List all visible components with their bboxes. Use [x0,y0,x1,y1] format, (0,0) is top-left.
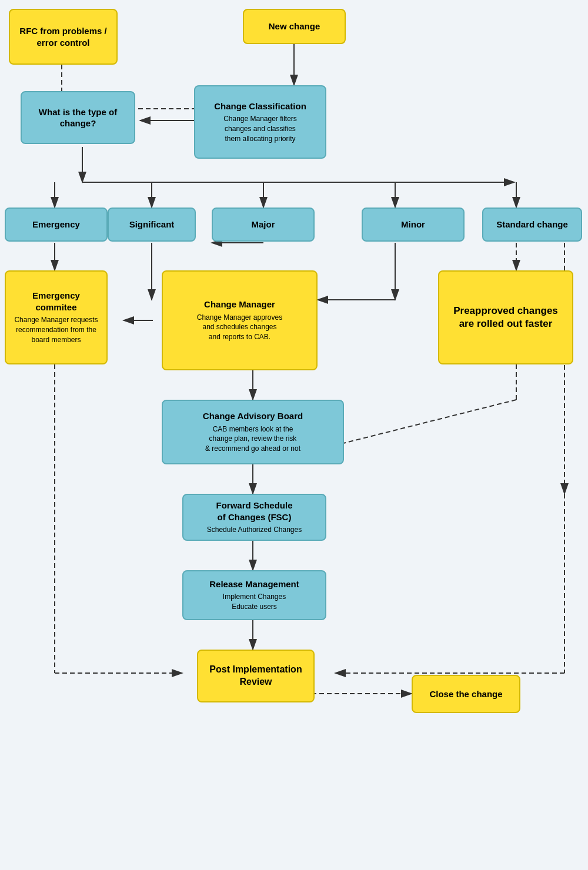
close-change-title: Close the change [429,688,502,700]
what-type-title: What is the type of change? [39,106,117,129]
emergency-committee-subtitle: Change Manager requests recommendation f… [14,315,98,344]
fsc-subtitle: Schedule Authorized Changes [207,525,302,535]
standard-node: Standard change [482,208,582,242]
what-type-node: What is the type of change? [21,91,135,144]
diagram-container: RFC from problems / error control New ch… [0,0,588,870]
change-manager-title: Change Manager [204,299,275,310]
minor-node: Minor [362,208,465,242]
emergency-committee-node: Emergency commitee Change Manager reques… [5,270,108,364]
standard-title: Standard change [496,219,568,230]
rfc-node: RFC from problems / error control [9,9,118,65]
release-mgmt-subtitle: Implement Changes Educate users [223,592,286,612]
change-classification-subtitle: Change Manager filters changes and class… [223,114,297,143]
fsc-title: Forward Schedule of Changes (FSC) [216,500,292,523]
emergency-committee-title: Emergency commitee [14,290,98,313]
post-impl-title: Post Implementation Review [209,664,302,688]
emergency-node: Emergency [5,208,108,242]
close-change-node: Close the change [412,675,520,713]
fsc-node: Forward Schedule of Changes (FSC) Schedu… [182,494,326,541]
change-classification-node: Change Classification Change Manager fil… [194,85,326,159]
cab-node: Change Advisory Board CAB members look a… [162,400,344,464]
release-mgmt-node: Release Management Implement Changes Edu… [182,570,326,620]
significant-node: Significant [108,208,196,242]
cab-title: Change Advisory Board [203,410,303,422]
significant-title: Significant [129,219,175,230]
major-node: Major [212,208,315,242]
new-change-title: New change [269,21,320,32]
post-impl-node: Post Implementation Review [197,650,315,702]
emergency-title: Emergency [32,219,80,230]
new-change-node: New change [243,9,346,44]
preapproved-node: Preapproved changes are rolled out faste… [438,270,573,364]
release-mgmt-title: Release Management [209,578,299,590]
svg-line-25 [329,400,516,447]
change-manager-node: Change Manager Change Manager approves a… [162,270,318,370]
change-manager-subtitle: Change Manager approves and schedules ch… [197,313,282,342]
rfc-title: RFC from problems / error control [19,25,106,48]
minor-title: Minor [401,219,425,230]
change-classification-title: Change Classification [214,101,306,112]
cab-subtitle: CAB members look at the change plan, rev… [205,424,300,454]
preapproved-title: Preapproved changes are rolled out faste… [453,304,558,330]
major-title: Major [251,219,275,230]
